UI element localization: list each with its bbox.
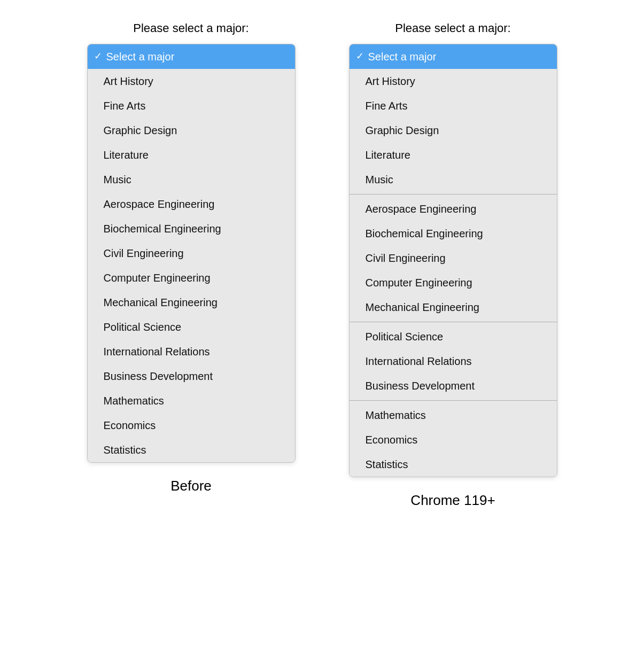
list-item[interactable]: Graphic Design	[350, 118, 557, 143]
list-item[interactable]: Mathematics	[350, 403, 557, 427]
after-dropdown[interactable]: ✓ Select a major Art History Fine Arts G…	[349, 44, 557, 477]
before-selected-item[interactable]: ✓ Select a major	[88, 44, 295, 69]
list-item[interactable]: Biochemical Engineering	[350, 221, 557, 246]
list-item[interactable]: Political Science	[88, 315, 295, 339]
list-item[interactable]: Music	[88, 167, 295, 192]
after-caption: Chrome 119+	[410, 492, 495, 509]
list-item[interactable]: Computer Engineering	[88, 266, 295, 290]
list-item[interactable]: International Relations	[88, 339, 295, 364]
list-item[interactable]: Political Science	[350, 324, 557, 349]
list-item[interactable]: Economics	[88, 413, 295, 438]
list-item[interactable]: Business Development	[88, 364, 295, 388]
list-item[interactable]: Graphic Design	[88, 118, 295, 143]
list-item[interactable]: Mechanical Engineering	[350, 295, 557, 320]
checkmark-icon: ✓	[94, 50, 102, 63]
list-item[interactable]: Business Development	[350, 374, 557, 398]
list-item[interactable]: Mechanical Engineering	[88, 290, 295, 315]
list-item[interactable]: Civil Engineering	[88, 241, 295, 266]
list-item[interactable]: Aerospace Engineering	[88, 192, 295, 216]
list-item[interactable]: Statistics	[350, 452, 557, 477]
page-container: Please select a major: ✓ Select a major …	[11, 21, 633, 509]
list-item[interactable]: Literature	[350, 143, 557, 167]
list-item[interactable]: Aerospace Engineering	[350, 197, 557, 221]
before-dropdown[interactable]: ✓ Select a major Art History Fine Arts G…	[87, 44, 296, 463]
group-divider-1	[350, 194, 557, 195]
after-panel: Please select a major: ✓ Select a major …	[349, 21, 557, 509]
group-divider-2	[350, 322, 557, 322]
list-item[interactable]: Art History	[88, 69, 295, 94]
before-selected-label: Select a major	[106, 50, 175, 64]
list-item[interactable]: Literature	[88, 143, 295, 167]
list-item[interactable]: International Relations	[350, 349, 557, 374]
before-panel: Please select a major: ✓ Select a major …	[87, 21, 296, 494]
after-selected-item[interactable]: ✓ Select a major	[350, 44, 557, 69]
list-item[interactable]: Biochemical Engineering	[88, 216, 295, 241]
after-selected-label: Select a major	[368, 50, 437, 64]
checkmark-icon: ✓	[356, 50, 364, 63]
list-item[interactable]: Fine Arts	[350, 94, 557, 118]
before-caption: Before	[170, 478, 212, 494]
before-label: Please select a major:	[133, 21, 249, 35]
list-item[interactable]: Economics	[350, 427, 557, 452]
list-item[interactable]: Music	[350, 167, 557, 192]
group-divider-3	[350, 400, 557, 401]
after-label: Please select a major:	[395, 21, 510, 35]
list-item[interactable]: Statistics	[88, 438, 295, 462]
list-item[interactable]: Mathematics	[88, 388, 295, 413]
list-item[interactable]: Art History	[350, 69, 557, 94]
list-item[interactable]: Fine Arts	[88, 94, 295, 118]
list-item[interactable]: Computer Engineering	[350, 270, 557, 295]
list-item[interactable]: Civil Engineering	[350, 246, 557, 270]
